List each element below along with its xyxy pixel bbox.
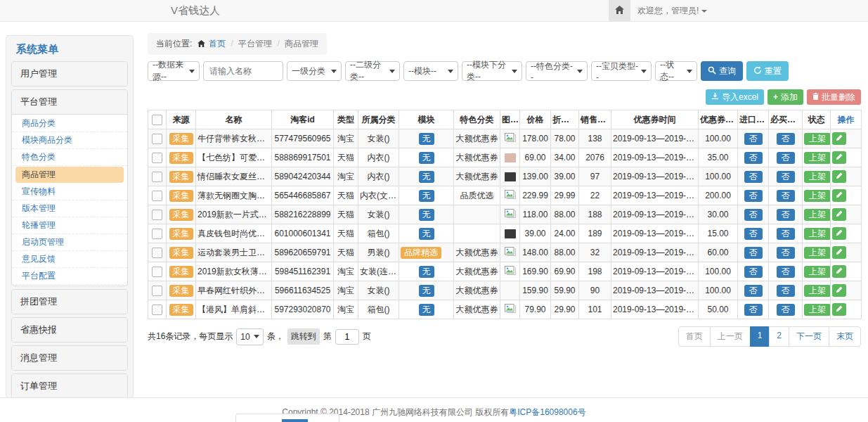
- status-badge[interactable]: 上架: [804, 228, 831, 240]
- breadcrumb-home-link[interactable]: 首页: [209, 39, 226, 49]
- row-checkbox[interactable]: [152, 286, 162, 296]
- filter-select-feature-category[interactable]: --特色分类--: [526, 61, 588, 81]
- edit-button[interactable]: [832, 151, 846, 164]
- status-badge[interactable]: 上架: [804, 190, 831, 202]
- import-pick-toggle[interactable]: 否: [744, 152, 763, 164]
- must-buy-toggle[interactable]: 否: [777, 266, 795, 278]
- filter-select-module[interactable]: --模块--: [403, 61, 458, 81]
- status-badge[interactable]: 上架: [804, 266, 831, 278]
- row-select-cell: [148, 243, 167, 262]
- status-badge[interactable]: 上架: [804, 152, 831, 164]
- must-buy-toggle[interactable]: 否: [777, 247, 795, 259]
- must-buy-toggle[interactable]: 否: [777, 171, 795, 183]
- status-badge[interactable]: 上架: [804, 133, 831, 145]
- page-button[interactable]: 1: [750, 326, 770, 347]
- must-buy-toggle[interactable]: 否: [777, 209, 795, 221]
- filter-select-data-source[interactable]: --数据来源--: [148, 61, 200, 81]
- sidebar-group[interactable]: 拼团管理: [12, 290, 127, 314]
- status-badge[interactable]: 上架: [804, 304, 831, 316]
- sidebar-subitem[interactable]: 启动页管理: [12, 234, 127, 251]
- edit-button[interactable]: [832, 246, 846, 259]
- import-pick-toggle[interactable]: 否: [744, 228, 763, 240]
- status-badge[interactable]: 上架: [804, 171, 831, 183]
- import-pick-toggle[interactable]: 否: [744, 190, 763, 202]
- feature-category-cell: 大额优惠券: [454, 167, 500, 186]
- filter-select-level2-category[interactable]: --二级分类--: [345, 61, 400, 81]
- page-button[interactable]: 下一页: [789, 326, 829, 347]
- page-button[interactable]: 2: [769, 326, 789, 347]
- import-excel-button[interactable]: 导入excel: [706, 89, 764, 105]
- status-badge[interactable]: 上架: [804, 285, 831, 297]
- edit-button[interactable]: [832, 189, 846, 202]
- navbar-home-button[interactable]: [609, 0, 630, 21]
- filter-select-module-subcategory[interactable]: --模块下分类--: [462, 61, 522, 81]
- sidebar-subitem[interactable]: 轮播管理: [12, 217, 127, 234]
- select-all-checkbox[interactable]: [152, 115, 162, 125]
- filter-select-item-type[interactable]: --宝贝类型--: [591, 61, 652, 81]
- edit-button[interactable]: [832, 265, 846, 278]
- sidebar-subitem[interactable]: 商品管理: [15, 167, 124, 183]
- must-buy-toggle[interactable]: 否: [777, 133, 795, 145]
- edit-button[interactable]: [832, 227, 846, 240]
- sidebar-subitem[interactable]: 平台配置: [12, 268, 127, 285]
- edit-button[interactable]: [832, 284, 846, 297]
- status-badge[interactable]: 上架: [804, 209, 831, 221]
- page-button[interactable]: 末页: [829, 326, 861, 347]
- row-checkbox[interactable]: [152, 305, 162, 315]
- sidebar-group[interactable]: 省惠快报: [12, 318, 127, 342]
- row-checkbox[interactable]: [152, 229, 162, 239]
- icp-link[interactable]: 粤ICP备16098006号: [509, 407, 585, 417]
- row-checkbox[interactable]: [152, 210, 162, 220]
- name-search-input[interactable]: [203, 61, 283, 81]
- bulk-delete-button[interactable]: 批量删除: [807, 89, 861, 105]
- sidebar-group[interactable]: 订单管理: [12, 374, 127, 398]
- import-pick-toggle[interactable]: 否: [744, 285, 763, 297]
- add-button[interactable]: + 添加: [767, 89, 803, 105]
- must-buy-toggle[interactable]: 否: [777, 152, 795, 164]
- sidebar-subitem[interactable]: 意见反馈: [12, 251, 127, 268]
- reset-button[interactable]: 重置: [746, 61, 789, 81]
- query-button[interactable]: 查询: [701, 61, 743, 81]
- must-buy-toggle[interactable]: 否: [777, 228, 795, 240]
- sidebar-group[interactable]: 用户管理: [12, 62, 127, 86]
- sidebar-subitem[interactable]: 版本管理: [12, 200, 127, 217]
- coupon-time-cell: 2019-09-13—2019-09-17: [611, 281, 699, 300]
- sidebar-subitem[interactable]: 模块商品分类: [12, 132, 127, 149]
- import-pick-cell: 否: [738, 186, 769, 205]
- row-checkbox[interactable]: [152, 248, 162, 258]
- status-badge[interactable]: 上架: [804, 247, 831, 259]
- sidebar-subitem[interactable]: 商品分类: [12, 115, 127, 132]
- sidebar-group[interactable]: 平台管理: [12, 90, 127, 114]
- edit-button[interactable]: [832, 303, 846, 316]
- breadcrumb-item: 平台管理: [238, 39, 272, 49]
- row-checkbox[interactable]: [152, 191, 162, 201]
- top-navbar: V省钱达人 欢迎您，管理员!: [0, 0, 868, 22]
- table-toolbar: 导入excel + 添加 批量删除: [148, 89, 861, 105]
- import-pick-toggle[interactable]: 否: [744, 171, 763, 183]
- row-checkbox[interactable]: [152, 153, 162, 163]
- per-page-select[interactable]: 10: [236, 328, 263, 345]
- must-buy-toggle[interactable]: 否: [777, 304, 795, 316]
- row-checkbox[interactable]: [152, 267, 162, 277]
- import-pick-toggle[interactable]: 否: [744, 304, 763, 316]
- sidebar-group[interactable]: 消息管理: [12, 346, 127, 370]
- import-pick-toggle[interactable]: 否: [744, 266, 763, 278]
- edit-button[interactable]: [832, 132, 846, 145]
- jump-page-input[interactable]: [335, 329, 359, 345]
- edit-button[interactable]: [832, 208, 846, 221]
- row-checkbox[interactable]: [152, 134, 162, 144]
- filter-select-level1-category[interactable]: 一级分类: [287, 61, 342, 81]
- user-menu[interactable]: 欢迎您，管理员!: [637, 0, 707, 21]
- sidebar-subitem[interactable]: 宣传物料: [12, 184, 127, 200]
- jump-button[interactable]: 跳转到: [287, 328, 320, 345]
- row-checkbox[interactable]: [152, 172, 162, 182]
- sidebar-subitem[interactable]: 特色分类: [12, 149, 127, 166]
- filter-select-status[interactable]: --状态--: [655, 61, 697, 81]
- must-buy-toggle[interactable]: 否: [777, 285, 795, 297]
- import-pick-toggle[interactable]: 否: [744, 209, 763, 221]
- edit-button[interactable]: [832, 170, 846, 183]
- import-pick-toggle[interactable]: 否: [744, 247, 763, 259]
- import-pick-toggle[interactable]: 否: [744, 133, 763, 145]
- must-buy-toggle[interactable]: 否: [777, 190, 795, 202]
- price-cell: 148.00: [520, 243, 551, 262]
